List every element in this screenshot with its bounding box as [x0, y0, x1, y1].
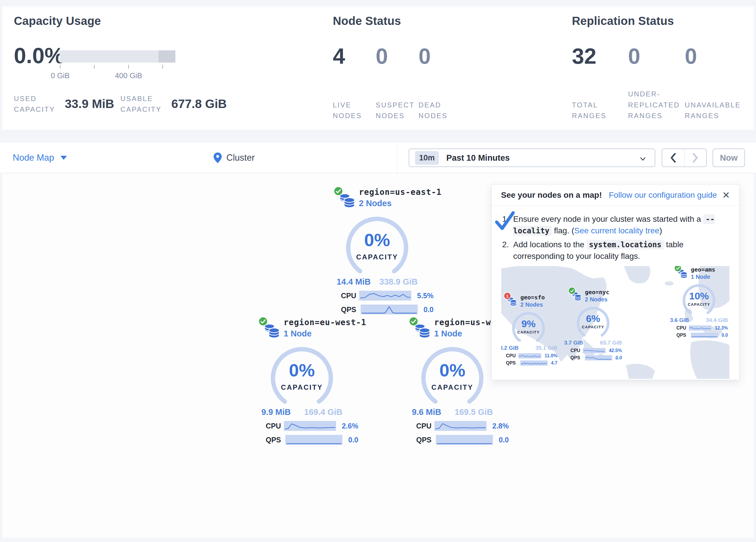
qps-value: 4.7 — [551, 361, 557, 366]
time-step-arrows — [662, 148, 707, 167]
cpu-sparkline — [284, 421, 336, 431]
region-node-count: 2 Nodes — [359, 198, 434, 208]
live-nodes-value: 4 — [333, 43, 345, 69]
locality-node-count: 1 Node — [691, 274, 728, 280]
cpu-value: 2.8% — [492, 422, 509, 430]
unavailable-ranges-value: 0 — [685, 43, 697, 69]
cpu-sparkline — [689, 326, 711, 331]
qps-value: 0.0 — [348, 436, 358, 444]
map-node-nyc: geo=nyc 2 Nodes 6% CAPACITY 3.7 GiB 65 — [564, 289, 622, 361]
replication-status-title: Replication Status — [572, 14, 674, 27]
cpu-metric: CPU 12.3% — [670, 326, 728, 331]
time-range-selector[interactable]: 10m Past 10 Minutes — [409, 148, 655, 167]
capacity-percent: 0% — [269, 360, 335, 381]
chevron-down-icon — [60, 156, 67, 160]
qps-value: 0.0 — [499, 436, 509, 444]
region-header: region=us-east-1 2 Nodes — [321, 187, 434, 212]
axis-tick-label: 0 GiB — [51, 71, 69, 80]
step-forward-button[interactable] — [684, 149, 707, 166]
region-marker-eu-west-1[interactable]: region=eu-west-1 1 Node 0% CAPACITY 9.9 … — [245, 318, 358, 445]
capacity-usage-title: Capacity Usage — [14, 14, 101, 27]
popup-instructions: 1. Ensure every node in your cluster was… — [492, 206, 739, 262]
cpu-sparkline — [518, 353, 541, 359]
alert-badge-icon: 1 — [504, 292, 511, 300]
cpu-value: 12.3% — [715, 326, 728, 331]
region-marker-us-east-1[interactable]: region=us-east-1 2 Nodes 0% CAPACITY 14.… — [321, 187, 434, 315]
dead-nodes-label: DEAD NODES — [419, 90, 453, 121]
map-toolbar: Node Map Cluster 10m Past 10 Minutes — [0, 142, 756, 173]
axis-tick — [94, 65, 95, 69]
database-stack-icon — [414, 324, 430, 340]
used-capacity-label: USED CAPACITY — [14, 93, 63, 115]
chevron-down-icon — [639, 155, 647, 162]
healthy-check-icon — [333, 186, 343, 196]
locality-tree-link[interactable]: See current locality tree — [574, 226, 659, 235]
close-icon[interactable]: ✕ — [722, 190, 730, 200]
capacity-gauge: 0% CAPACITY — [419, 345, 486, 412]
capacity-percent: 9% — [510, 318, 547, 330]
qps-metric: QPS 0.0 — [245, 435, 358, 445]
configuration-guide-link[interactable]: Follow our configuration guide — [609, 190, 717, 200]
node-map-canvas: region=us-east-1 2 Nodes 0% CAPACITY 14.… — [2, 173, 754, 538]
axis-tick-label: 400 GiB — [115, 71, 142, 80]
database-stack-icon — [339, 193, 355, 210]
qps-sparkline — [520, 361, 548, 366]
dead-nodes-value: 0 — [419, 43, 431, 69]
capacity-percent: 0% — [344, 229, 410, 250]
cpu-sparkline — [434, 421, 487, 431]
qps-metric: QPS 0.0 — [396, 435, 509, 445]
view-selector-dropdown[interactable]: Node Map — [13, 142, 67, 173]
cpu-value: 2.6% — [342, 422, 358, 430]
capacity-percent: 6% — [574, 313, 612, 324]
under-replicated-ranges-label: UNDER-REPLICATED RANGES — [628, 90, 685, 121]
locality-setup-popup: See your nodes on a map! Follow our conf… — [491, 184, 740, 380]
healthy-check-icon — [258, 317, 268, 326]
qps-sparkline — [691, 333, 718, 338]
cpu-value: 5.5% — [417, 292, 434, 300]
locality-name: geo=ams — [691, 266, 728, 273]
capacity-usage-bar: 0 GiB 400 GiB — [60, 50, 175, 63]
capacity-label: CAPACITY — [510, 330, 547, 335]
usable-capacity-value: 677.8 GiB — [171, 97, 227, 111]
locality-name: geo=sfo — [520, 294, 557, 301]
qps-value: 0.0 — [616, 355, 622, 361]
live-nodes-label: LIVE NODES — [333, 90, 370, 121]
used-capacity-stat: USED CAPACITY 33.9 MiB — [14, 93, 114, 115]
cpu-value: 42.5% — [609, 348, 622, 353]
cpu-sparkline — [359, 291, 411, 301]
under-replicated-ranges-value: 0 — [628, 43, 640, 69]
region-node-count: 1 Node — [284, 329, 358, 339]
suspect-nodes-value: 0 — [376, 43, 388, 69]
cpu-value: 11.0% — [545, 353, 557, 359]
qps-sparkline — [285, 435, 343, 445]
capacity-gauge: 0% CAPACITY — [269, 345, 335, 412]
capacity-label: CAPACITY — [269, 383, 335, 392]
used-capacity-value: 33.9 MiB — [65, 97, 114, 111]
healthy-check-icon — [409, 317, 419, 326]
system-locations-code: system.locations — [587, 240, 664, 249]
region-name: region=eu-west-1 — [284, 318, 358, 327]
qps-value: 0.0 — [722, 333, 728, 338]
time-range-label: Past 10 Minutes — [446, 153, 510, 163]
map-pin-icon — [214, 152, 222, 163]
capacity-gauge: 10% CAPACITY — [680, 282, 718, 319]
axis-tick — [128, 65, 129, 69]
breadcrumb[interactable]: Cluster — [214, 142, 255, 173]
region-name: region=us-east-1 — [359, 187, 434, 197]
time-range-badge: 10m — [415, 151, 439, 165]
view-selector-label: Node Map — [13, 152, 54, 163]
capacity-gauge: 0% CAPACITY — [344, 214, 410, 281]
breadcrumb-label: Cluster — [226, 152, 255, 163]
axis-tick — [60, 65, 60, 69]
example-node-map: 1 geo=sfo 2 Nodes — [501, 266, 730, 379]
step-back-button[interactable] — [662, 149, 684, 166]
database-stack-icon — [263, 324, 280, 340]
cpu-sparkline — [583, 348, 605, 353]
qps-sparkline — [585, 355, 612, 361]
region-header: region=eu-west-1 1 Node — [245, 318, 358, 343]
now-button[interactable]: Now — [713, 148, 745, 167]
qps-metric: QPS 0.0 — [321, 305, 434, 315]
node-map-dashboard: Capacity Usage 0.0% 0 GiB 400 GiB USED C… — [0, 0, 756, 542]
cpu-metric: CPU 42.5% — [564, 348, 622, 353]
capacity-label: CAPACITY — [419, 383, 486, 392]
